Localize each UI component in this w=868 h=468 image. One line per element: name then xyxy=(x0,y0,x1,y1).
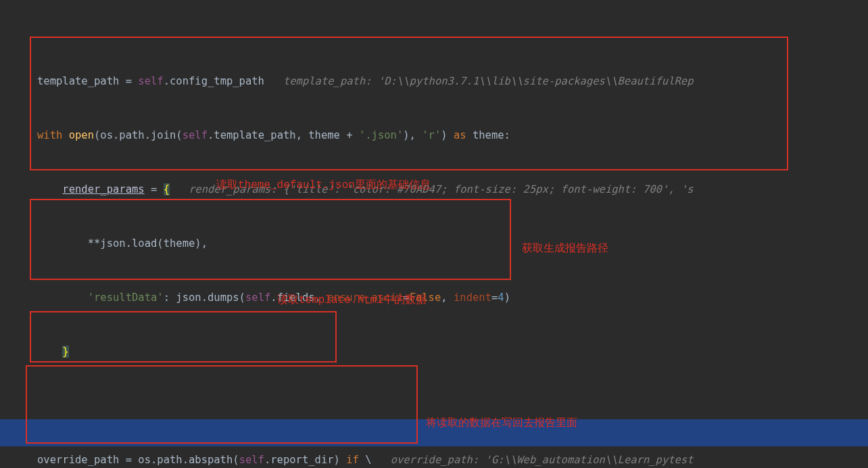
annotation-text: 读取theme_default.json里面的基础信息 xyxy=(216,180,431,191)
annotation-text: 将读取的数据在写回去报告里面 xyxy=(426,418,577,429)
code-line: override_path = os.path.abspath(self.rep… xyxy=(37,446,868,468)
code-line xyxy=(37,392,868,419)
code-editor[interactable]: template_path = self.config_tmp_path tem… xyxy=(0,0,868,468)
annotation-text: 获取生成报告路径 xyxy=(522,243,608,254)
code-line: } xyxy=(37,338,868,365)
code-line: **json.load(theme), xyxy=(37,230,868,257)
code-line: render_params = { render_params: {'title… xyxy=(37,176,868,203)
code-line: with open(os.path.join(self.template_pat… xyxy=(37,122,868,149)
code-line: 'resultData': json.dumps(self.fields, en… xyxy=(37,284,868,311)
annotation-text: 读取template.html中的数据 xyxy=(277,295,427,306)
code-line: template_path = self.config_tmp_path tem… xyxy=(37,68,868,95)
